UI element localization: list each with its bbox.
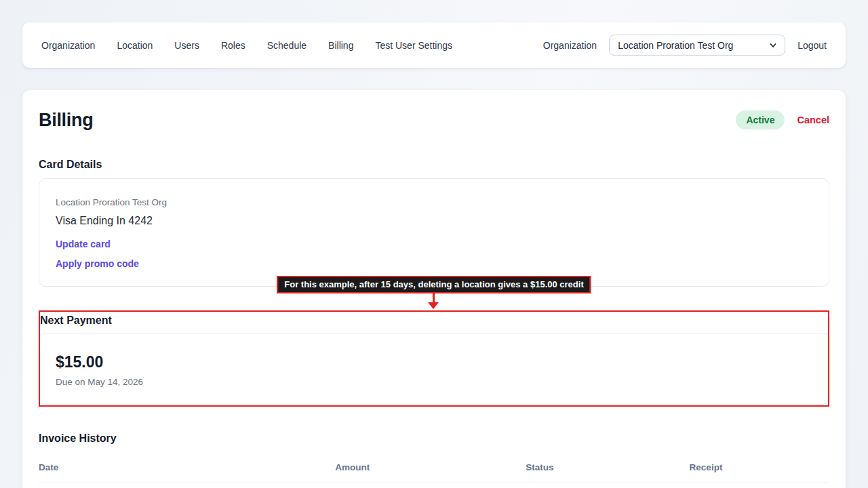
billing-card: Billing Active Cancel Card Details Locat… bbox=[22, 90, 846, 488]
billing-header: Billing Active Cancel bbox=[39, 109, 829, 131]
next-payment-amount: $15.00 bbox=[56, 352, 812, 371]
invoice-col-receipt: Receipt bbox=[690, 462, 829, 474]
card-org-name: Location Proration Test Org bbox=[56, 197, 812, 208]
next-payment-heading: Next Payment bbox=[40, 314, 829, 327]
organization-select-value: Location Proration Test Org bbox=[618, 40, 733, 51]
next-payment-section: Next Payment $15.00 Due on May 14, 2026 bbox=[39, 314, 829, 405]
chevron-down-icon bbox=[768, 41, 778, 50]
invoice-history-heading: Invoice History bbox=[39, 432, 829, 445]
nav-item-billing[interactable]: Billing bbox=[328, 40, 353, 51]
organization-select[interactable]: Location Proration Test Org bbox=[609, 35, 785, 56]
card-details-heading: Card Details bbox=[39, 158, 829, 171]
nav-item-location[interactable]: Location bbox=[117, 40, 153, 51]
nav-item-users[interactable]: Users bbox=[174, 40, 199, 51]
cancel-subscription-link[interactable]: Cancel bbox=[797, 115, 829, 125]
status-badge: Active bbox=[736, 110, 785, 129]
card-summary: Visa Ending In 4242 bbox=[56, 214, 812, 228]
invoice-col-date: Date bbox=[39, 462, 335, 474]
nav-item-roles[interactable]: Roles bbox=[221, 40, 245, 51]
next-payment-panel: $15.00 Due on May 14, 2026 bbox=[39, 333, 829, 405]
organization-label: Organization bbox=[543, 40, 597, 51]
card-details-panel: Location Proration Test Org Visa Ending … bbox=[39, 178, 829, 287]
invoice-table-header: Date Amount Status Receipt bbox=[39, 462, 829, 474]
nav-links: Organization Location Users Roles Schedu… bbox=[41, 40, 452, 51]
invoice-col-amount: Amount bbox=[335, 462, 526, 474]
next-payment-due-date: Due on May 14, 2026 bbox=[56, 376, 812, 388]
page-title: Billing bbox=[39, 110, 93, 131]
top-nav: Organization Location Users Roles Schedu… bbox=[22, 22, 846, 68]
logout-button[interactable]: Logout bbox=[797, 40, 827, 51]
apply-promo-code-link[interactable]: Apply promo code bbox=[56, 258, 139, 270]
nav-item-test-user-settings[interactable]: Test User Settings bbox=[375, 40, 452, 51]
billing-header-actions: Active Cancel bbox=[736, 110, 829, 129]
nav-item-schedule[interactable]: Schedule bbox=[267, 40, 307, 51]
nav-right: Organization Location Proration Test Org… bbox=[543, 35, 827, 56]
invoice-table-divider bbox=[39, 483, 829, 483]
nav-item-organization[interactable]: Organization bbox=[41, 40, 95, 51]
update-card-link[interactable]: Update card bbox=[56, 238, 111, 250]
invoice-col-status: Status bbox=[526, 462, 689, 474]
